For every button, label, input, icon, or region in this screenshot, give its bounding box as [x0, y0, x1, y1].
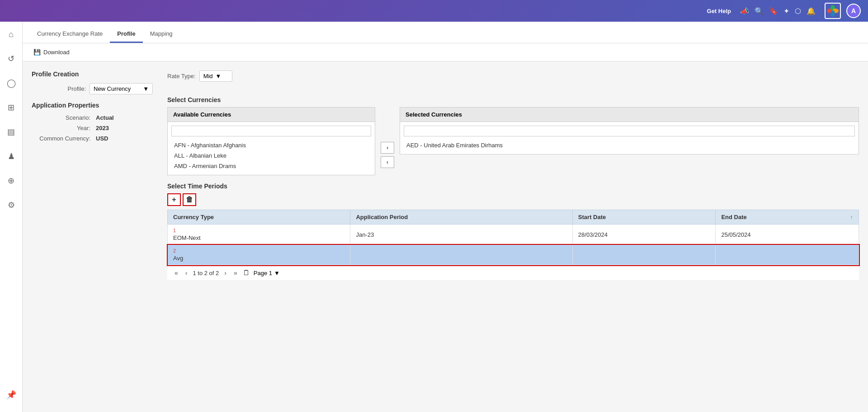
- time-periods-table: Currency Type Application Period Start D…: [167, 210, 859, 265]
- year-row: Year: 2023: [32, 125, 158, 131]
- chart-icon[interactable]: ▤: [3, 124, 19, 140]
- col-start-date: Start Date: [572, 210, 716, 225]
- megaphone-icon[interactable]: 📣: [740, 7, 749, 15]
- page-content: Profile Creation Profile: New Currency ▼…: [23, 61, 868, 412]
- currencies-section: Available Currencies AFN - Afghanistan A…: [167, 107, 859, 175]
- common-currency-label: Common Currency:: [32, 135, 90, 142]
- common-currency-row: Common Currency: USD: [32, 135, 158, 142]
- tab-mapping[interactable]: Mapping: [143, 26, 180, 43]
- pagination-info: 1 to 2 of 2: [193, 270, 219, 276]
- content-area: Currency Exchange Rate Profile Mapping 💾…: [23, 22, 868, 412]
- year-label: Year:: [32, 125, 90, 131]
- transfer-buttons: › ‹: [381, 142, 394, 168]
- currency-item-all[interactable]: ALL - Albanian Leke: [171, 150, 371, 161]
- user-avatar[interactable]: A: [846, 4, 861, 18]
- page-dropdown-icon: ▼: [274, 270, 280, 276]
- next-page-button[interactable]: ›: [222, 268, 228, 277]
- tab-profile[interactable]: Profile: [110, 26, 142, 43]
- cube-icon[interactable]: ⬡: [795, 7, 801, 15]
- download-button[interactable]: 💾 Download: [30, 47, 73, 57]
- topbar: Get Help 📣 🔍 🔖 ✦ ⬡ 🔔 A: [0, 0, 868, 22]
- move-left-button[interactable]: ‹: [381, 156, 394, 168]
- cell-application-period: Jan-23: [350, 225, 572, 245]
- profile-value: New Currency: [94, 85, 131, 92]
- toolbar: 💾 Download: [23, 43, 868, 61]
- sidebar: ⌂ ↺ ◯ ⊞ ▤ ♟ ⊕ ⚙ 📌: [0, 22, 23, 412]
- scenario-label: Scenario:: [32, 114, 90, 121]
- pagination: « ‹ 1 to 2 of 2 › » 🗒 Page 1 ▼: [167, 265, 859, 280]
- cell-currency-type: 1 EOM-Next: [168, 225, 350, 245]
- selected-currencies-header: Selected Currencies: [400, 108, 859, 122]
- col-currency-type: Currency Type: [168, 210, 350, 225]
- clock-icon[interactable]: ◯: [3, 75, 19, 91]
- available-currencies-box: Available Currencies AFN - Afghanistan A…: [167, 107, 375, 175]
- time-period-toolbar: + 🗑: [167, 193, 859, 206]
- refresh-icon[interactable]: ↺: [3, 51, 19, 67]
- bell-icon[interactable]: 🔔: [807, 7, 816, 15]
- tabs-bar: Currency Exchange Rate Profile Mapping: [23, 22, 868, 43]
- rate-type-row: Rate Type: Mid ▼: [167, 70, 859, 82]
- home-icon[interactable]: ⌂: [3, 26, 19, 42]
- col-end-date: End Date ↑: [716, 210, 859, 225]
- bag-icon[interactable]: ⊕: [3, 173, 19, 189]
- currency-item-amd[interactable]: AMD - Armenian Drams: [171, 161, 371, 171]
- page-icon: 🗒: [243, 269, 250, 277]
- settings-icon[interactable]: ⚙: [3, 197, 19, 213]
- rate-type-label: Rate Type:: [167, 73, 196, 80]
- time-periods-title: Select Time Periods: [167, 183, 859, 190]
- svg-point-3: [830, 10, 835, 17]
- move-right-button[interactable]: ›: [381, 142, 394, 154]
- rate-type-chevron: ▼: [216, 73, 222, 80]
- cell-end-date: [716, 245, 859, 265]
- app-properties-title: Application Properties: [32, 102, 158, 109]
- last-page-button[interactable]: »: [232, 268, 239, 277]
- cell-end-date: 25/05/2024: [716, 225, 859, 245]
- right-column: Rate Type: Mid ▼ Select Currencies Avail: [167, 70, 859, 403]
- selected-currencies-content: AED - United Arab Emirates Dirhams: [400, 122, 859, 154]
- delete-time-period-button[interactable]: 🗑: [183, 193, 196, 206]
- tab-currency-exchange-rate[interactable]: Currency Exchange Rate: [30, 26, 110, 43]
- cell-application-period: [350, 245, 572, 265]
- person-icon[interactable]: ♟: [3, 148, 19, 164]
- sort-icon: ↑: [850, 214, 854, 220]
- left-column: Profile Creation Profile: New Currency ▼…: [32, 70, 158, 403]
- profile-label: Profile:: [32, 85, 86, 92]
- bookmark-icon[interactable]: 🔖: [769, 7, 778, 15]
- common-currency-value: USD: [96, 135, 108, 142]
- available-currencies-search[interactable]: [171, 126, 371, 136]
- cell-start-date: 28/03/2024: [572, 225, 716, 245]
- time-periods-section: Select Time Periods + 🗑 Currency Type: [167, 183, 859, 403]
- selected-currencies-search[interactable]: [404, 126, 855, 136]
- app-logo: [825, 3, 841, 19]
- cell-currency-type: 2 Avg: [168, 245, 350, 265]
- grid-icon[interactable]: ⊞: [3, 99, 19, 116]
- selected-currencies-box: Selected Currencies AED - United Arab Em…: [400, 107, 859, 154]
- profile-row: Profile: New Currency ▼: [32, 83, 158, 94]
- scenario-row: Scenario: Actual: [32, 114, 158, 121]
- search-icon[interactable]: 🔍: [755, 7, 764, 15]
- compass-icon[interactable]: ✦: [783, 7, 789, 15]
- scenario-value: Actual: [96, 114, 114, 121]
- chevron-down-icon: ▼: [143, 85, 149, 92]
- rate-type-value: Mid: [203, 73, 213, 80]
- profile-dropdown[interactable]: New Currency ▼: [90, 83, 153, 94]
- floppy-icon: 💾: [33, 49, 41, 56]
- available-currencies-content: AFN - Afghanistan Afghanis ALL - Albania…: [168, 122, 375, 175]
- rate-type-dropdown[interactable]: Mid ▼: [199, 70, 233, 82]
- col-application-period: Application Period: [350, 210, 572, 225]
- select-currencies-section: Select Currencies Available Currencies A…: [167, 96, 859, 175]
- currency-item-aed[interactable]: AED - United Arab Emirates Dirhams: [404, 140, 855, 150]
- get-help-label[interactable]: Get Help: [707, 8, 731, 14]
- prev-page-button[interactable]: ‹: [184, 268, 189, 277]
- add-time-period-button[interactable]: +: [167, 193, 181, 206]
- available-currencies-header: Available Currencies: [168, 108, 375, 122]
- page-selector[interactable]: Page 1 ▼: [254, 270, 280, 276]
- first-page-button[interactable]: «: [173, 268, 180, 277]
- table-row[interactable]: 2 Avg: [168, 245, 859, 265]
- year-value: 2023: [96, 125, 109, 131]
- table-row[interactable]: 1 EOM-Next Jan-23 28/03/2024 25/05/2024: [168, 225, 859, 245]
- cell-start-date: [572, 245, 716, 265]
- currency-item-afn[interactable]: AFN - Afghanistan Afghanis: [171, 140, 371, 150]
- pin-icon[interactable]: 📌: [3, 387, 19, 403]
- select-currencies-title: Select Currencies: [167, 96, 859, 103]
